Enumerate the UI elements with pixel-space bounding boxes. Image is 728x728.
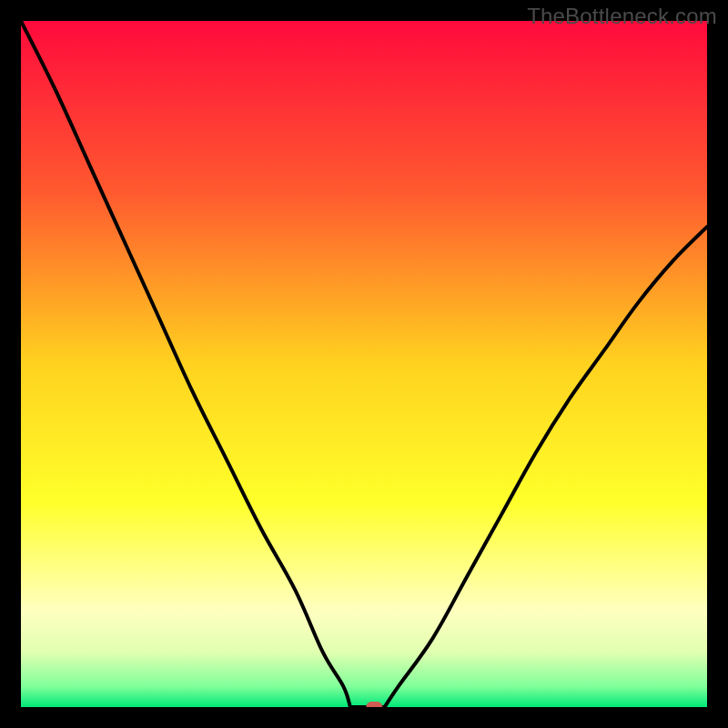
chart-frame: TheBottleneck.com [0, 0, 728, 728]
watermark-text: TheBottleneck.com [527, 4, 717, 29]
gradient-background [21, 21, 707, 707]
chart-plot [21, 21, 707, 707]
